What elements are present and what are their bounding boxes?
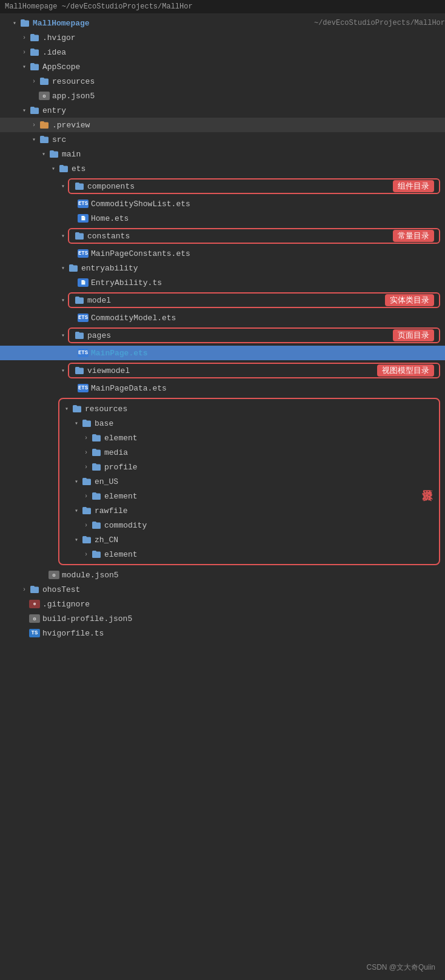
row-components[interactable]: components 组件目录 [0,177,445,195]
label-preview: .preview [52,121,445,130]
arrow-model [58,295,68,305]
label-modulejson5: module.json5 [62,571,445,580]
tree-item-src[interactable]: src [0,132,445,147]
tree-item-element2[interactable]: element [59,489,403,503]
arrow-mainpageconstants [68,249,78,258]
folder-icon-base [81,418,92,429]
arrow-src [29,135,39,144]
tree-item-mainpage[interactable]: ETS MainPage.ets [0,346,445,360]
arrow-mainpage [68,348,78,358]
label-hvigor: .hvigor [42,33,445,42]
folder-icon-idea [29,47,40,58]
tree-item-appjson5[interactable]: ⚙ app.json5 [0,89,445,103]
folder-icon-media [91,447,102,458]
tree-item-commodity[interactable]: commodity [59,518,403,532]
tree-item-media[interactable]: media [59,445,403,460]
folder-icon-element2 [91,491,102,502]
tree-item-idea[interactable]: .idea [0,45,445,59]
label-element1: element [104,434,403,443]
row-model[interactable]: model 实体类目录 [0,291,445,309]
folder-icon-viewmodel [74,365,85,376]
label-element2: element [104,492,403,501]
folder-icon-resources1 [39,76,50,87]
folder-icon-model [74,295,85,306]
annotation-components: 组件目录 [393,180,434,192]
tree-item-ohostest[interactable]: ohosTest [0,582,445,597]
tree-item-home[interactable]: 📄 Home.ets [0,211,445,226]
tree-item-ets[interactable]: ets [0,161,445,176]
arrow-mainpagedata [68,383,78,393]
label-rawfile: rawfile [95,506,403,515]
row-viewmodel[interactable]: viewmodel 视图模型目录 [0,361,445,380]
arrow-hvigorfile [19,628,29,638]
model-box: model 实体类目录 [68,292,440,308]
folder-icon-src [39,134,50,145]
tree-item-entryability[interactable]: entryability [0,261,445,275]
components-box: components 组件目录 [68,178,440,194]
tree-item-preview[interactable]: .preview [0,118,445,132]
tree-item-appscope[interactable]: AppScope [0,59,445,74]
tree-item-entry[interactable]: entry [0,103,445,118]
folder-icon-element1 [91,432,102,443]
path-hint: ~/devEcoStudioProjects/MallHor [314,19,445,27]
arrow-resources-main [62,404,72,414]
tree-item-buildprofile[interactable]: ⚙ build-profile.json5 [0,611,445,626]
tree-item-main[interactable]: main [0,147,445,161]
tree-item-element3[interactable]: element [59,547,403,562]
label-src: src [52,135,445,144]
label-pages: pages [87,331,381,340]
tree-item-element1[interactable]: element [59,431,403,445]
tree-item-enus[interactable]: en_US [59,474,403,489]
tree-item-zhcn[interactable]: zh_CN [59,532,403,547]
folder-icon-entry [29,105,40,116]
tree-item-commoditymodel[interactable]: ETS CommodityModel.ets [0,310,445,325]
folder-icon-element3 [91,549,102,560]
ets-icon-home: 📄 [78,213,89,224]
tree-item-base[interactable]: base [59,416,403,431]
label-entryability-ts: EntryAbility.ts [91,278,445,287]
folder-icon-main [49,149,59,159]
annotation-constants: 常量目录 [393,230,434,242]
json5-icon-buildprofile: ⚙ [29,613,40,624]
ets-icon-mainpage: ETS [78,347,89,358]
arrow-entryability-ts [68,278,78,287]
label-hvigorfile: hvigorfile.ts [42,629,445,638]
tree-item-hvigor[interactable]: .hvigor [0,30,445,45]
arrow-media [81,448,91,457]
tree-item-entryability-ts[interactable]: 📄 EntryAbility.ts [0,275,445,290]
row-constants[interactable]: constants 常量目录 [0,227,445,245]
tree-item-hvigorfile[interactable]: TS hvigorfile.ts [0,626,445,640]
ets-icon-mainpageconstants: ETS [78,248,89,259]
tree-item-commodityshow[interactable]: ETS CommodityShowList.ets [0,196,445,211]
tree-item-resources-main[interactable]: resources [59,401,403,416]
arrow-idea [19,47,29,57]
row-pages[interactable]: pages 页面目录 [0,326,445,344]
tree-item-mainpageconstants[interactable]: ETS MainPageConstants.ets [0,246,445,261]
label-buildprofile: build-profile.json5 [42,614,445,623]
label-components: components [87,182,381,191]
folder-icon-entryability [68,263,79,274]
label-constants: constants [87,232,381,241]
arrow-preview [29,120,39,130]
folder-icon-ets [58,163,69,174]
arrow-element1 [81,433,91,443]
arrow-ets [49,164,58,173]
tree-item-root[interactable]: MallHomepage ~/devEcoStudioProjects/Mall… [0,16,445,30]
arrow-ohostest [19,585,29,594]
arrow-components [58,181,68,191]
label-gitignore: .gitignore [42,600,445,609]
tree-item-profile[interactable]: profile [59,460,403,474]
tree-item-resources1[interactable]: resources [0,74,445,89]
arrow-main [39,149,49,159]
tree-item-gitignore[interactable]: ⊗ .gitignore [0,597,445,611]
label-entry: entry [42,106,445,115]
label-enus: en_US [95,477,403,486]
tree-item-rawfile[interactable]: rawfile [59,503,403,518]
ets-icon-commodityshow: ETS [78,198,89,209]
folder-icon-zhcn [81,534,92,545]
tree-item-mainpagedata[interactable]: ETS MainPageData.ets [0,381,445,395]
project-name: MallHomepage [5,2,57,11]
arrow-appscope [19,62,29,72]
tree-item-modulejson5[interactable]: ⚙ module.json5 [0,568,445,582]
watermark: CSDN @文大奇Quiin [366,962,435,973]
